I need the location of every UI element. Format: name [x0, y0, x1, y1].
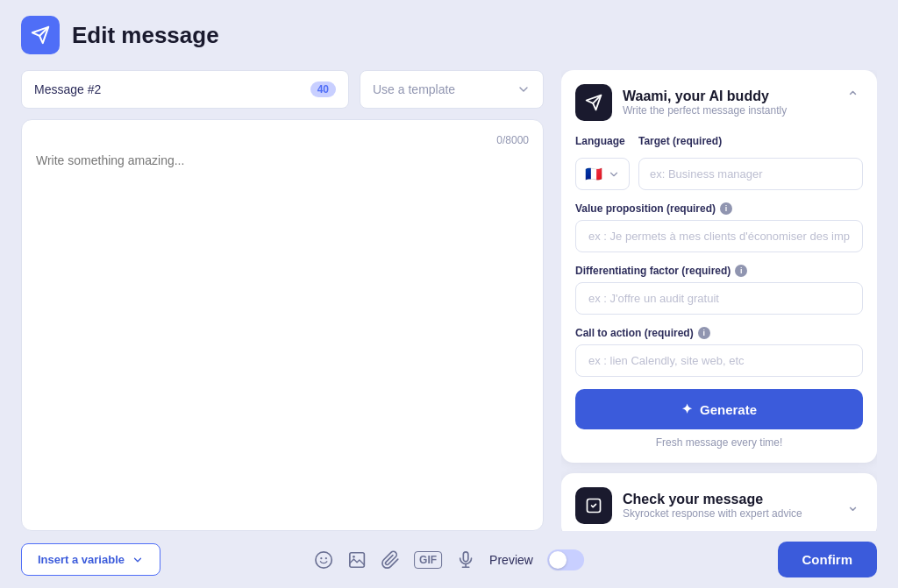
language-chevron-icon — [608, 168, 620, 181]
ai-card-header: Waami, your AI buddy Write the perfect m… — [575, 84, 863, 121]
char-count: 0/8000 — [36, 134, 529, 146]
page-header: Edit message — [0, 0, 898, 70]
svg-point-2 — [320, 557, 322, 559]
message-textarea[interactable] — [36, 153, 529, 516]
insert-variable-button[interactable]: Insert a variable — [21, 543, 160, 576]
check-card-expand-button[interactable]: ⌄ — [843, 492, 863, 519]
message-editor: 0/8000 — [21, 119, 544, 531]
message-char-badge: 40 — [310, 81, 336, 97]
diff-factor-input[interactable] — [575, 282, 863, 315]
check-card-text: Check your message Skyrocket response wi… — [623, 492, 802, 520]
message-name-label: Message #2 — [34, 82, 310, 96]
preview-toggle[interactable] — [547, 549, 584, 570]
value-prop-input[interactable] — [575, 220, 863, 252]
check-card: Check your message Skyrocket response wi… — [561, 473, 877, 531]
target-col: Target (required) — [638, 135, 863, 190]
diff-factor-group: Differentiating factor (required) i — [575, 265, 863, 315]
main-content: Message #2 40 Use a template 0/8000 — [0, 70, 898, 531]
svg-point-3 — [325, 557, 327, 559]
cta-input[interactable] — [575, 344, 863, 377]
gif-button[interactable]: GIF — [414, 551, 442, 569]
ai-avatar — [575, 84, 612, 121]
toolbar: Message #2 40 Use a template — [21, 70, 544, 109]
language-target-group: Language 🇫🇷 Target (required) — [575, 135, 863, 190]
check-avatar — [575, 487, 612, 524]
language-label: Language — [575, 135, 630, 147]
value-prop-label: Value proposition (required) i — [575, 202, 863, 215]
template-dropdown[interactable]: Use a template — [360, 70, 544, 109]
svg-rect-4 — [350, 552, 365, 567]
diff-factor-info-icon: i — [735, 265, 747, 277]
svg-point-1 — [316, 551, 331, 567]
svg-rect-6 — [463, 551, 468, 561]
page-title: Edit message — [72, 22, 219, 49]
target-input[interactable] — [638, 158, 863, 190]
message-name-field: Message #2 40 — [21, 70, 349, 109]
emoji-button[interactable] — [314, 550, 333, 570]
ai-card-collapse-button[interactable]: ⌃ — [843, 84, 863, 110]
header-icon — [21, 16, 60, 54]
generate-button[interactable]: ✦ Generate — [575, 389, 863, 429]
flag-icon: 🇫🇷 — [585, 166, 602, 182]
left-panel: Message #2 40 Use a template 0/8000 — [21, 70, 544, 531]
generate-hint: Fresh message every time! — [575, 436, 863, 449]
ai-card-header-left: Waami, your AI buddy Write the perfect m… — [575, 84, 787, 121]
bottom-center: GIF Preview — [314, 549, 584, 570]
svg-point-5 — [353, 555, 355, 557]
preview-label: Preview — [489, 553, 533, 567]
check-card-title: Check your message — [623, 492, 802, 507]
ai-card-subtitle: Write the perfect message instantly — [623, 104, 787, 117]
cta-info-icon: i — [698, 327, 710, 339]
language-target-row: Language 🇫🇷 Target (required) — [575, 135, 863, 190]
image-button[interactable] — [347, 550, 367, 570]
confirm-button[interactable]: Confirm — [778, 542, 878, 577]
right-panel: Waami, your AI buddy Write the perfect m… — [561, 70, 877, 531]
language-col: Language 🇫🇷 — [575, 135, 630, 190]
insert-variable-chevron-icon — [132, 554, 144, 566]
ai-card: Waami, your AI buddy Write the perfect m… — [561, 70, 877, 463]
diff-factor-label: Differentiating factor (required) i — [575, 265, 863, 277]
mic-button[interactable] — [456, 550, 475, 570]
check-card-subtitle: Skyrocket response with expert advice — [623, 507, 802, 520]
chevron-down-icon — [517, 82, 531, 96]
ai-card-text: Waami, your AI buddy Write the perfect m… — [623, 89, 787, 117]
language-dropdown[interactable]: 🇫🇷 — [575, 158, 630, 190]
template-placeholder: Use a template — [373, 82, 508, 96]
target-label: Target (required) — [638, 135, 863, 147]
toggle-knob — [549, 551, 567, 569]
generate-sparkle-icon: ✦ — [681, 401, 693, 417]
confirm-label: Confirm — [802, 552, 853, 567]
bottom-bar: Insert a variable GIF Preview Confirm — [0, 531, 898, 588]
check-card-left: Check your message Skyrocket response wi… — [575, 487, 802, 524]
generate-label: Generate — [700, 402, 757, 417]
cta-group: Call to action (required) i — [575, 327, 863, 377]
attachment-button[interactable] — [381, 550, 400, 570]
cta-label: Call to action (required) i — [575, 327, 863, 339]
value-prop-info-icon: i — [720, 202, 732, 215]
insert-variable-label: Insert a variable — [38, 553, 125, 566]
ai-card-title: Waami, your AI buddy — [623, 89, 787, 104]
value-prop-group: Value proposition (required) i — [575, 202, 863, 252]
